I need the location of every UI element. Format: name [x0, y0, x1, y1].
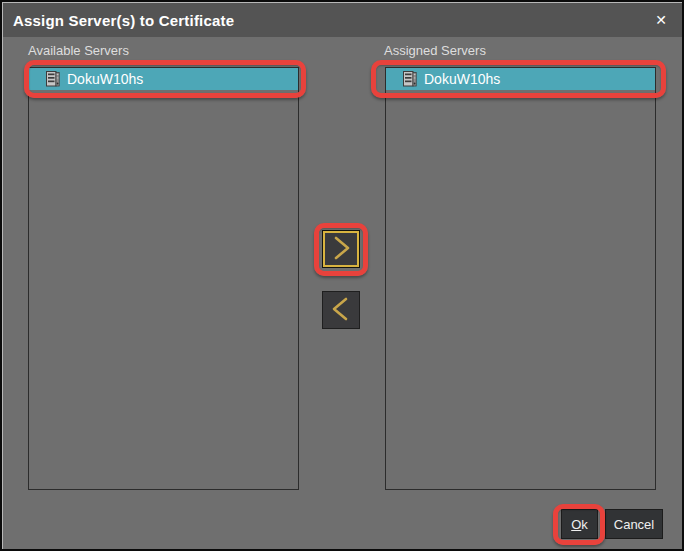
dialog-titlebar: Assign Server(s) to Certificate ✕ — [2, 2, 682, 37]
server-item-label: DokuW10hs — [67, 71, 143, 87]
available-servers-list[interactable]: DokuW10hs — [28, 67, 299, 490]
assigned-servers-list[interactable]: DokuW10hs — [385, 67, 656, 490]
available-servers-label: Available Servers — [28, 43, 129, 58]
server-icon — [403, 71, 417, 87]
cancel-button[interactable]: Cancel — [605, 509, 663, 539]
available-server-item[interactable]: DokuW10hs — [29, 68, 298, 90]
assign-button[interactable] — [322, 230, 360, 268]
chevron-left-icon — [324, 292, 358, 329]
chevron-right-icon — [324, 231, 358, 268]
assigned-servers-label: Assigned Servers — [384, 43, 486, 58]
server-item-label: DokuW10hs — [424, 71, 500, 87]
assign-servers-dialog: Assign Server(s) to Certificate ✕ Availa… — [0, 0, 684, 551]
assigned-server-item[interactable]: DokuW10hs — [386, 68, 655, 90]
server-icon — [46, 71, 60, 87]
close-icon[interactable]: ✕ — [652, 11, 670, 29]
unassign-button[interactable] — [322, 291, 360, 329]
ok-button[interactable]: Ok — [561, 509, 598, 539]
dialog-title: Assign Server(s) to Certificate — [13, 12, 652, 29]
